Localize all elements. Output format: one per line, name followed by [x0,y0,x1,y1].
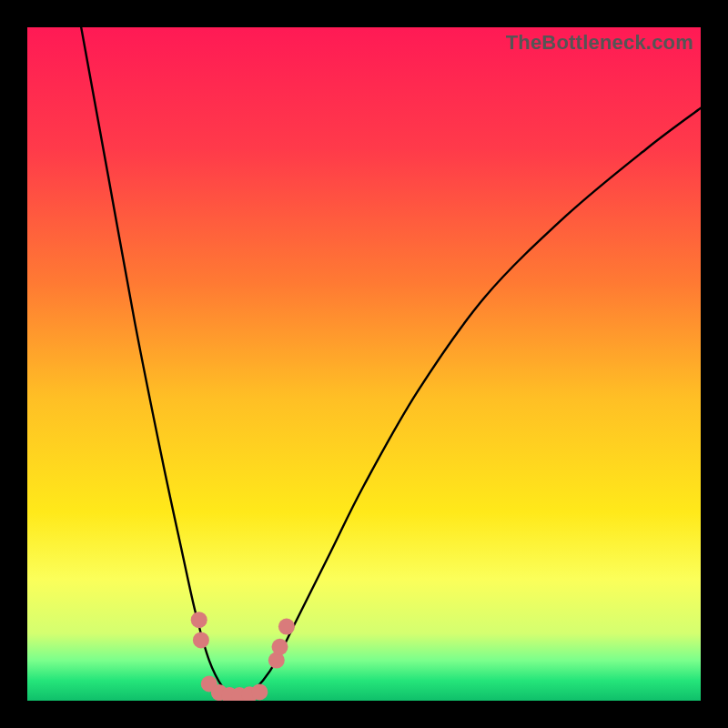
highlight-markers [191,612,295,701]
highlight-point [193,632,209,648]
chart-frame: TheBottleneck.com [0,0,728,728]
curve-layer [27,27,701,701]
highlight-point [278,619,295,635]
highlight-point [251,683,268,700]
highlight-point [191,612,207,628]
bottleneck-curve [81,27,701,701]
highlight-point [272,639,288,655]
plot-area: TheBottleneck.com [27,27,701,701]
